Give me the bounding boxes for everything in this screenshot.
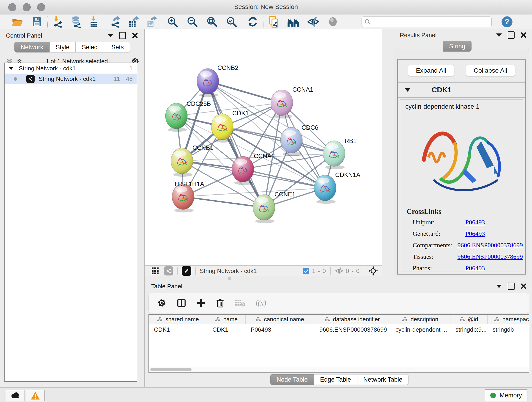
network-node-CCNA1[interactable]: CCNA1 — [271, 86, 313, 119]
zoom-window-button[interactable] — [37, 3, 45, 11]
node-label-CCNB2: CCNB2 — [217, 64, 239, 71]
network-view-canvas[interactable]: CCNB2CCNA1CDC25BCDK1CDC6RB1CCNB1CCNA2CDK… — [145, 29, 382, 265]
memory-button[interactable]: Memory — [485, 389, 527, 401]
crosslink-link[interactable]: P06493 — [465, 264, 485, 272]
first-neighbors-button[interactable] — [287, 15, 300, 28]
zoom-fit-button[interactable] — [205, 15, 219, 28]
export-image-button[interactable] — [145, 15, 158, 28]
control-panel-close-button[interactable] — [132, 32, 138, 38]
crosslink-link[interactable]: P06493 — [465, 219, 485, 226]
network-graph[interactable]: CCNB2CCNA1CDC25BCDK1CDC6RB1CCNB1CCNA2CDK… — [145, 29, 382, 265]
open-session-button[interactable] — [11, 15, 24, 28]
cloud-icon — [10, 392, 20, 399]
delete-column-trash-icon[interactable] — [215, 298, 225, 308]
create-column-plus-icon[interactable] — [196, 298, 206, 307]
tab-network[interactable]: Network — [14, 42, 50, 52]
tab-select[interactable]: Select — [76, 42, 105, 52]
table-cell[interactable]: 9606.ENSP00000378699 — [314, 326, 390, 333]
table-options-gear-icon[interactable] — [157, 298, 167, 308]
tab-edge-table[interactable]: Edge Table — [314, 374, 357, 385]
tab-style[interactable]: Style — [50, 42, 76, 52]
tab-string-results[interactable]: String — [443, 41, 472, 51]
control-panel-menu-button[interactable] — [108, 34, 113, 37]
import-network-database-button[interactable] — [70, 15, 83, 28]
zoom-in-button[interactable] — [166, 15, 179, 28]
close-window-button[interactable] — [8, 3, 16, 11]
tab-sets[interactable]: Sets — [105, 42, 130, 52]
crosslink-row: Tissues:9606.ENSP00000378699 — [400, 251, 523, 262]
cloud-status-button[interactable] — [6, 390, 25, 401]
minimize-window-button[interactable] — [23, 3, 31, 11]
import-table-file-button[interactable] — [88, 15, 101, 28]
network-node-CCNE1[interactable]: CCNE1 — [253, 191, 296, 223]
table-cell[interactable]: CDK1 — [149, 326, 207, 333]
network-node-CDC25B[interactable]: CDC25B — [165, 100, 211, 132]
column-header-label: canonical name — [264, 316, 304, 323]
results-panel-float-button[interactable] — [508, 32, 515, 39]
table-horizontal-scrollbar[interactable] — [149, 367, 529, 372]
table-cell[interactable]: CDK1 — [207, 326, 246, 333]
crosslink-link[interactable]: P06493 — [465, 230, 485, 237]
tab-network-table[interactable]: Network Table — [357, 374, 409, 385]
table-cell[interactable]: stringdb:9... — [450, 326, 488, 333]
gene-entry-collapse-icon[interactable] — [405, 88, 411, 92]
column-header-canonical-name[interactable]: canonical name — [246, 315, 314, 324]
network-node-RB1[interactable]: RB1 — [323, 138, 357, 169]
sitemap-icon — [215, 317, 220, 322]
collection-expand-icon[interactable] — [9, 67, 14, 70]
network-collection-row[interactable]: String Network - cdk1 1 — [5, 63, 137, 74]
node-label-CDK1: CDK1 — [232, 110, 249, 117]
show-columns-icon[interactable] — [177, 298, 186, 308]
table-row[interactable]: CDK1CDK1P064939606.ENSP00000378699cyclin… — [149, 324, 529, 335]
birds-eye-view-icon[interactable] — [368, 266, 378, 276]
table-panel-float-button[interactable] — [508, 283, 515, 290]
crosslink-link[interactable]: 9606.ENSP00000378699 — [457, 242, 523, 249]
column-header-description[interactable]: description — [390, 315, 450, 324]
collapse-all-button[interactable]: Collapse All — [466, 65, 515, 76]
clone-network-button[interactable] — [267, 15, 280, 28]
column-header--id[interactable]: @id — [450, 315, 488, 324]
column-header-namespac[interactable]: namespac — [488, 315, 532, 324]
detach-view-icon[interactable] — [182, 266, 191, 276]
network-node-CCNB2[interactable]: CCNB2 — [197, 64, 239, 97]
apply-layout-button[interactable] — [246, 15, 259, 28]
crosslink-link[interactable]: 9606.ENSP00000378699 — [457, 253, 523, 260]
export-table-button[interactable] — [127, 15, 140, 28]
table-panel: Table Panel — [145, 281, 532, 387]
table-panel-close-button[interactable] — [520, 283, 526, 289]
splitter-handle[interactable] — [228, 277, 231, 280]
results-panel-close-button[interactable] — [520, 32, 526, 38]
warnings-button[interactable] — [26, 390, 45, 401]
table-cell[interactable]: P06493 — [246, 326, 314, 333]
main-toolbar: ? — [0, 14, 532, 29]
zoom-selected-button[interactable] — [225, 15, 238, 28]
show-all-button[interactable] — [326, 15, 340, 28]
network-node-HIST1H1A[interactable]: HIST1H1A — [172, 181, 204, 212]
zoom-in-icon — [167, 16, 178, 28]
table-cell[interactable]: stringdb — [488, 326, 532, 333]
import-network-file-button[interactable] — [51, 15, 65, 28]
column-header-shared-name[interactable]: shared name — [149, 315, 207, 324]
scrollbar-thumb[interactable] — [150, 368, 191, 371]
hide-selected-button[interactable] — [307, 15, 320, 28]
export-network-button[interactable] — [109, 15, 122, 28]
help-button[interactable]: ? — [500, 15, 514, 28]
network-node-CCNB1[interactable]: CCNB1 — [171, 144, 214, 177]
save-session-button[interactable] — [30, 15, 44, 28]
network-view-share-icon[interactable] — [164, 266, 173, 275]
table-panel-menu-button[interactable] — [496, 285, 502, 288]
network-row[interactable]: String Network - cdk1 11 48 — [5, 74, 137, 84]
expand-all-button[interactable]: Expand All — [408, 65, 454, 76]
search-input[interactable] — [361, 17, 492, 27]
network-node-CDKN1A[interactable]: CDKN1A — [314, 172, 360, 204]
tab-node-table[interactable]: Node Table — [270, 374, 314, 385]
network-edge-CCNA2-CDKN1A — [243, 169, 325, 188]
column-header-name[interactable]: name — [207, 315, 246, 324]
control-panel-float-button[interactable] — [119, 32, 126, 39]
selected-checkbox-icon[interactable] — [302, 267, 310, 274]
column-header-database-identifier[interactable]: database identifier — [314, 315, 390, 324]
zoom-out-button[interactable] — [186, 15, 199, 28]
results-panel-menu-button[interactable] — [496, 33, 502, 37]
grid-view-icon[interactable] — [151, 267, 159, 275]
table-cell[interactable]: cyclin-dependent ... — [390, 326, 450, 333]
